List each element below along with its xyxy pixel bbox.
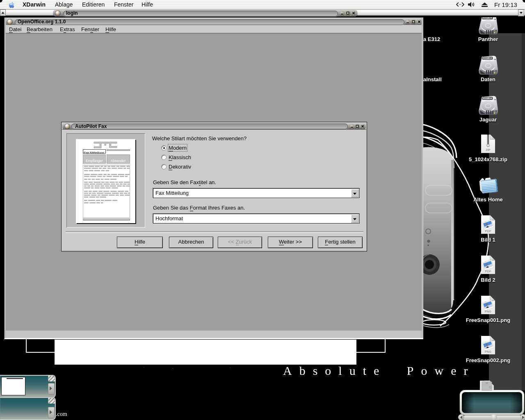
svg-text:PDF: PDF — [485, 229, 491, 233]
svg-text:Empfänger: Empfänger — [86, 159, 103, 163]
svg-text:PNG: PNG — [485, 310, 491, 313]
svg-text:Absender: Absender — [111, 159, 126, 163]
svg-text:G: G — [489, 385, 492, 389]
svg-text:PNG: PNG — [485, 350, 491, 354]
svg-text:PDF: PDF — [485, 269, 491, 273]
svg-text:ZIP: ZIP — [486, 148, 491, 152]
